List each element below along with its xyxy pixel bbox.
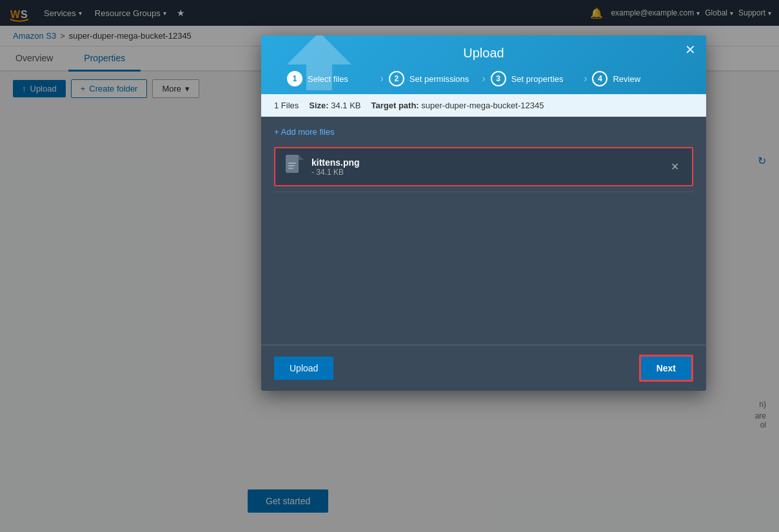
modal-header: Upload ✕ 1 Select files › 2 Set permissi… [261,35,706,94]
step-2: 2 Set permissions [389,71,477,86]
step-sep-2: › [482,73,485,84]
file-size: - 34.1 KB [311,168,660,177]
modal-next-button[interactable]: Next [639,355,693,382]
svg-marker-5 [287,35,351,90]
upload-modal: Upload ✕ 1 Select files › 2 Set permissi… [261,35,706,391]
svg-rect-8 [288,163,296,164]
modal-footer: Upload Next [261,344,706,391]
modal-close-button[interactable]: ✕ [685,43,696,56]
file-list-area: + Add more files kittens.png - 34.1 KB ✕ [261,117,706,202]
svg-marker-7 [299,155,304,160]
files-count: 1 Files [274,101,299,110]
step-3-label: Set properties [511,74,564,84]
step-4-label: Review [613,74,640,84]
step-3: 3 Set properties [491,71,579,86]
target-path: Target path: super-duper-mega-bucket-123… [371,101,544,110]
step-3-number: 3 [491,71,506,86]
step-sep-1: › [380,73,384,84]
step-4: 4 Review [592,71,680,86]
svg-rect-9 [288,165,295,166]
svg-rect-10 [288,168,293,169]
size-info: Size: 34.1 KB [309,101,360,110]
file-name: kittens.png [311,157,660,168]
file-item: kittens.png - 34.1 KB ✕ [274,147,693,186]
info-bar: 1 Files Size: 34.1 KB Target path: super… [261,94,706,117]
step-4-number: 4 [592,71,607,86]
step-2-number: 2 [389,71,404,86]
file-divider [274,192,693,192]
modal-upload-button[interactable]: Upload [274,357,333,380]
modal-spacer [261,202,706,344]
add-more-files-button[interactable]: + Add more files [274,127,693,137]
file-info: kittens.png - 34.1 KB [311,157,660,177]
file-icon [286,155,304,179]
step-2-label: Set permissions [409,74,469,84]
step-sep-3: › [584,73,587,84]
file-remove-button[interactable]: ✕ [668,158,682,175]
